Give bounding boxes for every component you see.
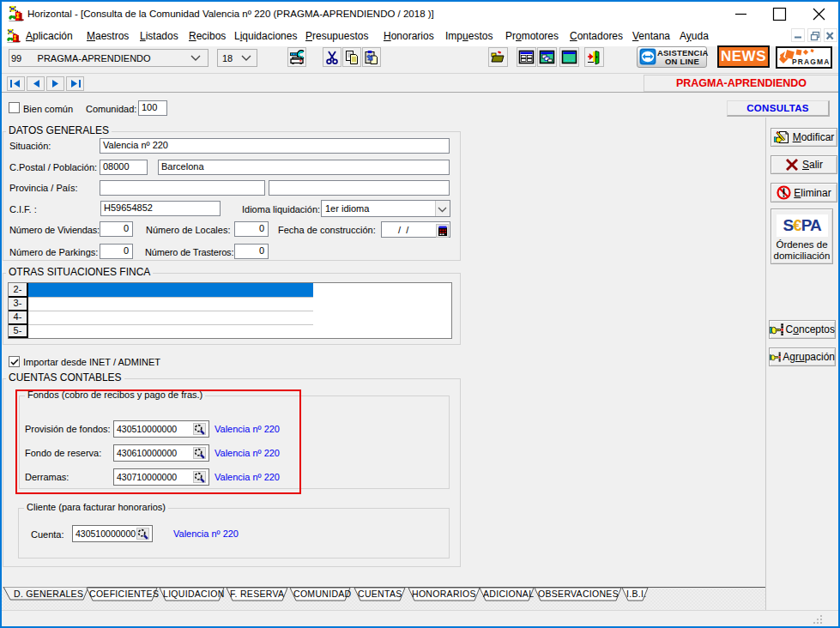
svg-text:COMUNIDAD: COMUNIDAD xyxy=(293,589,352,599)
svg-text:D. GENERALES: D. GENERALES xyxy=(14,589,83,599)
svg-text:HONORARIOS: HONORARIOS xyxy=(412,589,476,599)
svg-text:I.B.I.: I.B.I. xyxy=(626,589,646,599)
svg-text:F. RESERVA: F. RESERVA xyxy=(230,589,284,599)
svg-text:PRAGMA: PRAGMA xyxy=(792,57,830,66)
svg-text:LIQUIDACION: LIQUIDACION xyxy=(163,589,225,599)
svg-text:CUENTAS: CUENTAS xyxy=(358,589,402,599)
svg-text:COEFICIENTES: COEFICIENTES xyxy=(89,589,159,599)
svg-text:OBSERVACIONES: OBSERVACIONES xyxy=(538,589,619,599)
svg-text:ADICIONAL: ADICIONAL xyxy=(483,589,534,599)
